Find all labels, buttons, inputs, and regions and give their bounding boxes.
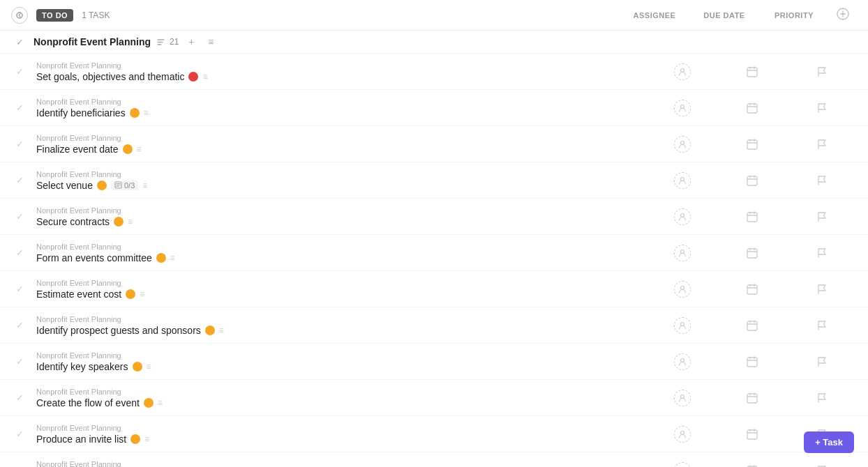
col-add-button[interactable]	[829, 8, 857, 22]
row-cols	[648, 208, 857, 225]
todo-badge: TO DO	[36, 9, 73, 22]
task-check[interactable]: ✓	[11, 429, 28, 439]
cell-assignee[interactable]	[648, 208, 717, 225]
avatar-placeholder	[674, 426, 691, 443]
task-row: ✓ Nonprofit Event Planning Estimate even…	[0, 271, 868, 307]
cell-duedate[interactable]	[717, 317, 787, 334]
cell-duedate[interactable]	[717, 462, 787, 468]
cell-priority[interactable]	[787, 353, 857, 370]
cell-assignee[interactable]	[648, 390, 717, 406]
cell-priority[interactable]	[787, 245, 857, 261]
subtask-number: 21	[170, 37, 179, 47]
cell-duedate[interactable]	[717, 208, 787, 225]
task-menu-icon[interactable]: ≡	[158, 398, 163, 408]
svg-point-19	[681, 358, 684, 362]
cell-assignee[interactable]	[648, 317, 717, 334]
task-name[interactable]: Set goals, objectives and thematic	[36, 71, 184, 82]
task-menu-icon[interactable]: ≡	[202, 72, 207, 82]
task-menu-icon[interactable]: ≡	[137, 144, 142, 154]
avatar-placeholder	[674, 317, 691, 334]
cell-duedate[interactable]	[717, 281, 787, 298]
flag-icon	[814, 317, 830, 334]
cell-priority[interactable]	[787, 136, 857, 153]
task-check[interactable]: ✓	[11, 356, 28, 367]
cell-priority[interactable]	[787, 317, 857, 334]
task-name[interactable]: Identify beneficiaries	[36, 107, 126, 118]
cell-assignee[interactable]	[648, 100, 717, 116]
task-name[interactable]: Form an events committee	[36, 252, 152, 263]
cell-priority[interactable]	[787, 208, 857, 225]
task-check[interactable]: ✓	[11, 247, 28, 258]
task-name-row: Identify beneficiaries ≡	[36, 107, 645, 118]
cell-priority[interactable]	[787, 63, 857, 80]
task-check[interactable]: ✓	[11, 102, 28, 113]
add-task-icon[interactable]: +	[184, 35, 198, 49]
cell-duedate[interactable]	[717, 353, 787, 370]
task-name[interactable]: Identify key speakers	[36, 361, 128, 372]
task-check[interactable]: ✓	[11, 211, 28, 222]
task-name[interactable]: Select venue	[36, 180, 93, 191]
header-bar: TO DO 1 TASK ASSIGNEE DUE DATE PRIORITY	[0, 0, 868, 31]
cell-duedate[interactable]	[717, 100, 787, 116]
task-menu-icon[interactable]: ≡	[140, 289, 144, 299]
cell-priority[interactable]	[787, 281, 857, 298]
task-name[interactable]: Produce an invite list	[36, 434, 126, 445]
task-check[interactable]: ✓	[11, 175, 28, 185]
task-name-row: Create the flow of event ≡	[36, 397, 645, 408]
cell-priority[interactable]	[787, 390, 857, 406]
cell-duedate[interactable]	[717, 390, 787, 406]
svg-point-11	[681, 213, 684, 217]
avatar-placeholder	[674, 353, 691, 370]
add-task-button[interactable]: + Task	[804, 431, 854, 453]
task-name[interactable]: Secure contracts	[36, 216, 110, 227]
task-project: Nonprofit Event Planning	[36, 98, 645, 106]
cell-priority[interactable]	[787, 100, 857, 116]
avatar-placeholder	[674, 172, 691, 189]
cell-duedate[interactable]	[717, 136, 787, 153]
task-name[interactable]: Estimate event cost	[36, 289, 121, 300]
cell-assignee[interactable]	[648, 462, 717, 468]
task-check[interactable]: ✓	[11, 139, 28, 149]
task-menu-icon[interactable]: ≡	[170, 253, 175, 263]
cell-assignee[interactable]	[648, 245, 717, 261]
svg-point-9	[681, 177, 684, 181]
task-project: Nonprofit Event Planning	[36, 460, 645, 468]
cell-assignee[interactable]	[648, 136, 717, 153]
task-check[interactable]: ✓	[11, 284, 28, 294]
svg-rect-3	[747, 68, 757, 77]
cell-duedate[interactable]	[717, 172, 787, 189]
flag-icon	[814, 390, 830, 406]
cell-assignee[interactable]	[648, 281, 717, 298]
cell-priority[interactable]	[787, 462, 857, 468]
cell-duedate[interactable]	[717, 63, 787, 80]
task-menu-icon[interactable]: ≡	[128, 217, 133, 227]
section-menu-icon[interactable]: ≡	[204, 35, 218, 49]
task-check[interactable]: ✓	[11, 320, 28, 330]
calendar-icon	[744, 208, 761, 225]
task-menu-icon[interactable]: ≡	[142, 181, 147, 190]
task-name-row: Secure contracts ≡	[36, 216, 645, 227]
task-name[interactable]: Create the flow of event	[36, 397, 140, 408]
task-menu-icon[interactable]: ≡	[147, 362, 151, 372]
task-check[interactable]: ✓	[11, 392, 28, 403]
calendar-icon	[744, 426, 761, 443]
task-name[interactable]: Identify prospect guests and sponsors	[36, 325, 201, 336]
cell-assignee[interactable]	[648, 353, 717, 370]
back-button[interactable]	[11, 7, 28, 24]
task-check[interactable]: ✓	[11, 66, 28, 77]
section-check[interactable]: ✓	[11, 37, 28, 47]
task-menu-icon[interactable]: ≡	[219, 326, 224, 335]
task-row: ✓ Nonprofit Event Planning Form an event…	[0, 235, 868, 271]
cell-priority[interactable]	[787, 172, 857, 189]
svg-point-23	[681, 431, 684, 434]
task-list: ✓ Nonprofit Event Planning 21 + ≡ ✓ Nonp…	[0, 31, 868, 467]
cell-assignee[interactable]	[648, 172, 717, 189]
task-name[interactable]: Finalize event date	[36, 144, 119, 155]
task-menu-icon[interactable]: ≡	[144, 434, 149, 444]
cell-duedate[interactable]	[717, 426, 787, 443]
task-menu-icon[interactable]: ≡	[144, 108, 149, 118]
cell-assignee[interactable]	[648, 426, 717, 443]
cell-assignee[interactable]	[648, 63, 717, 80]
cell-duedate[interactable]	[717, 245, 787, 261]
status-dot	[188, 72, 198, 82]
